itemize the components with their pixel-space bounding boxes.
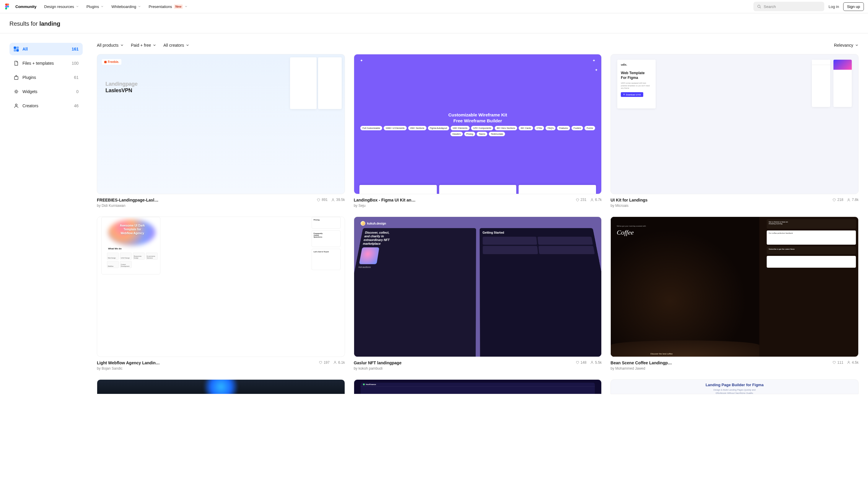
plugin-icon bbox=[13, 75, 19, 80]
thumb-grid-item: Webflow bbox=[107, 261, 119, 268]
sidebar-item-label: Files + templates bbox=[23, 61, 54, 66]
svg-point-11 bbox=[334, 361, 336, 362]
thumb-chip: 125+ Components bbox=[471, 126, 494, 130]
nav-item-label: Plugins bbox=[87, 4, 99, 9]
svg-point-6 bbox=[16, 91, 17, 92]
nav-item-whiteboarding[interactable]: Whiteboarding bbox=[111, 4, 141, 9]
card-author: by Bojan Sandic bbox=[97, 366, 160, 370]
likes-stat: 197 bbox=[319, 361, 330, 365]
users-stat: 4.5k bbox=[847, 361, 859, 365]
thumb-chip: 80+ Hero Sections bbox=[495, 126, 517, 130]
sidebar-item-all[interactable]: All 161 bbox=[9, 43, 83, 55]
search-input[interactable] bbox=[764, 4, 821, 9]
person-icon bbox=[333, 361, 337, 364]
thumb-chip: Figma Autolayout bbox=[428, 126, 449, 130]
card-title: Bean Scene Coffee Landingpage bbox=[611, 361, 674, 365]
thumb-chip: 60+ Cards bbox=[519, 126, 533, 130]
sidebar-item-widgets[interactable]: Widgets 0 bbox=[9, 85, 83, 98]
card-thumbnail: kukuh.design Discover, collect, and char… bbox=[354, 217, 602, 357]
card-thumbnail: udix. Web Template For Figma UDIX comes … bbox=[611, 54, 859, 194]
nav-item-plugins[interactable]: Plugins bbox=[87, 4, 104, 9]
thumb-chip: Testimonials bbox=[489, 132, 505, 136]
thumb-chip: Headers bbox=[451, 132, 463, 136]
filter-products[interactable]: All products bbox=[97, 43, 124, 48]
thumb-grid-item: Web Design bbox=[107, 253, 119, 260]
chevron-down-icon bbox=[120, 43, 124, 47]
card-thumbnail: ✦ ✦ ✦ Customizable Wireframe Kit Free Wi… bbox=[354, 54, 602, 194]
sidebar-item-plugins[interactable]: Plugins 61 bbox=[9, 71, 83, 84]
filter-left: All products Paid + free All creators bbox=[97, 43, 189, 48]
svg-rect-3 bbox=[14, 49, 16, 52]
thumb-chip: Full Customizable bbox=[360, 126, 382, 130]
content-area: All products Paid + free All creators Re… bbox=[97, 43, 859, 394]
signup-button[interactable]: Sign up bbox=[843, 2, 864, 11]
thumb-subtext: Design & Build Landing Pages Quickly and… bbox=[714, 388, 756, 394]
nav-item-label: Presentations bbox=[149, 4, 172, 9]
result-card[interactable]: udix. Web Template For Figma UDIX comes … bbox=[611, 54, 859, 208]
thumb-avatar-tag: kukuh.design bbox=[361, 221, 386, 226]
thumb-logo-text: Coffee bbox=[617, 229, 633, 236]
filter-row: All products Paid + free All creators Re… bbox=[97, 43, 859, 48]
card-title: UI Kit for Landings bbox=[611, 198, 647, 203]
result-card[interactable]: HooFinance bbox=[354, 379, 602, 394]
svg-point-9 bbox=[591, 198, 592, 200]
login-link[interactable]: Log in bbox=[829, 4, 839, 9]
svg-rect-4 bbox=[17, 49, 19, 52]
results-term: landing bbox=[39, 20, 60, 27]
filter-sort[interactable]: Relevancy bbox=[834, 43, 859, 48]
users-stat: 5.5k bbox=[590, 361, 602, 365]
grid-icon bbox=[13, 47, 19, 52]
filter-price[interactable]: Paid + free bbox=[131, 43, 156, 48]
thumb-chip: Forms bbox=[585, 126, 595, 130]
thumb-text: Landingpage bbox=[105, 81, 137, 87]
sidebar: All 161 Files + templates 100 Plugins 61… bbox=[9, 43, 83, 394]
result-card[interactable]: ✦ ✦ ✦ Customizable Wireframe Kit Free Wi… bbox=[354, 54, 602, 208]
thumb-chip: Footers bbox=[571, 126, 583, 130]
sidebar-item-label: Plugins bbox=[23, 75, 36, 80]
nav-item-design-resources[interactable]: Design resources bbox=[44, 4, 79, 9]
heart-icon bbox=[832, 198, 836, 202]
search-box[interactable] bbox=[753, 2, 824, 11]
users-stat: 39.5k bbox=[331, 198, 345, 202]
thumb-text: LaslesVPN bbox=[105, 88, 132, 94]
result-card[interactable]: Freebie. Landingpage LaslesVPN FREEBIES-… bbox=[97, 54, 345, 208]
thumb-heading: Landing Page Builder for Figma bbox=[706, 383, 764, 387]
nav-item-presentations[interactable]: Presentations New bbox=[149, 4, 188, 9]
chevron-down-icon bbox=[76, 5, 79, 8]
card-stats: 111 4.5k bbox=[832, 361, 859, 365]
heart-icon bbox=[832, 361, 836, 364]
figma-logo-icon[interactable] bbox=[4, 4, 10, 9]
svg-rect-2 bbox=[17, 47, 19, 49]
thumb-brand: udix. bbox=[621, 63, 652, 66]
likes-stat: 148 bbox=[576, 361, 587, 365]
likes-stat: 891 bbox=[317, 198, 328, 202]
chevron-down-icon bbox=[186, 43, 189, 47]
thumb-button: ⬇Download UI Kit bbox=[621, 92, 643, 97]
thumb-chip: 1000+ UI Elements bbox=[384, 126, 407, 130]
thumb-panel-text: Discover, collect, and charity in extrao… bbox=[362, 231, 473, 246]
result-card[interactable]: kukuh.design Discover, collect, and char… bbox=[354, 217, 602, 370]
sparkle-icon: ✦ bbox=[592, 59, 595, 63]
card-title: Light Webflow Agency Landingage… bbox=[97, 361, 160, 365]
heart-icon bbox=[576, 198, 580, 202]
filter-creators[interactable]: All creators bbox=[163, 43, 189, 48]
sidebar-item-files[interactable]: Files + templates 100 bbox=[9, 57, 83, 69]
person-icon bbox=[590, 198, 594, 202]
chevron-down-icon bbox=[101, 5, 104, 8]
thumb-badge: Freebie. bbox=[102, 59, 121, 65]
card-thumbnail: Landing Page Builder for Figma Design & … bbox=[611, 379, 859, 394]
main-content: All 161 Files + templates 100 Plugins 61… bbox=[0, 33, 868, 404]
top-nav: Community Design resources Plugins White… bbox=[0, 0, 868, 13]
filter-label: All creators bbox=[163, 43, 184, 48]
nav-brand[interactable]: Community bbox=[16, 4, 37, 9]
likes-stat: 231 bbox=[576, 198, 587, 202]
search-icon bbox=[757, 4, 761, 9]
result-card[interactable]: Awesome UI Dark Template for Webflow Age… bbox=[97, 217, 345, 370]
result-card[interactable]: Landing Page Builder for Figma Design & … bbox=[611, 379, 859, 394]
thumb-hero-text: Awesome UI Dark Template for Webflow Age… bbox=[112, 224, 153, 235]
result-card[interactable]: We've got your morning covered with Coff… bbox=[611, 217, 859, 370]
result-card[interactable] bbox=[97, 379, 345, 394]
thumb-grid-item: UI/UX Design bbox=[120, 253, 132, 260]
sidebar-item-creators[interactable]: Creators 46 bbox=[9, 99, 83, 112]
person-icon bbox=[847, 198, 850, 202]
